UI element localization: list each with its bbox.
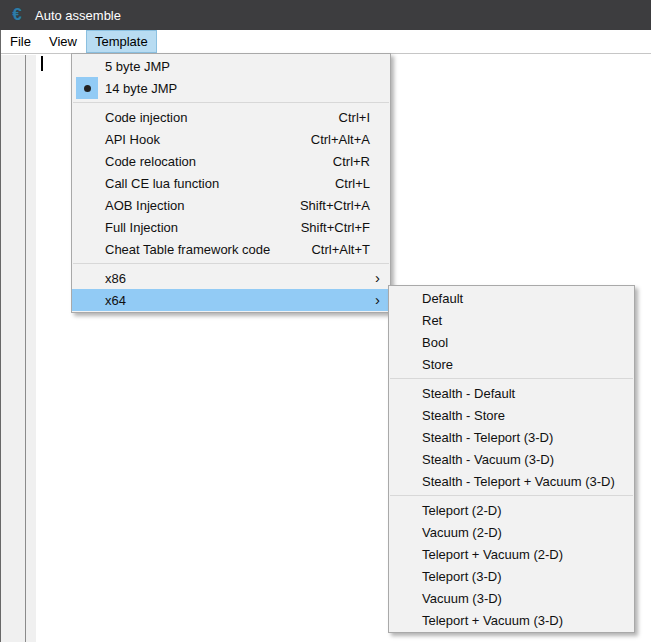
menu-item-icon-slot [72,289,105,311]
radio-checked-icon [72,77,105,99]
menu-item-label: Stealth - Teleport (3-D) [422,430,634,445]
radio-bullet-icon [84,85,91,92]
template-menu: 5 byte JMP 14 byte JMP Code injection Ct… [71,53,391,313]
submenu-item-teleport-vacuum-3d[interactable]: Teleport + Vacuum (3-D) [389,609,634,631]
menu-item-label: Call CE lua function [105,176,335,191]
menu-item-14-byte-jmp[interactable]: 14 byte JMP [72,77,390,99]
menu-item-label: Teleport + Vacuum (3-D) [422,613,634,628]
menu-item-label: Store [422,357,634,372]
submenu-item-teleport-3d[interactable]: Teleport (3-D) [389,565,634,587]
submenu-item-stealth-teleport-vacuum-3d[interactable]: Stealth - Teleport + Vacuum (3-D) [389,470,634,492]
menu-item-icon-slot [389,404,422,426]
submenu-item-stealth-default[interactable]: Stealth - Default [389,382,634,404]
menu-item-label: x86 [105,271,375,286]
menu-item-label: Code injection [105,110,339,125]
auto-assemble-window: € Auto assemble File View Template 5 byt… [0,0,651,642]
menu-item-icon-slot [389,382,422,404]
menu-item-icon-slot [72,238,105,260]
menu-item-icon-slot [72,216,105,238]
menu-item-label: Teleport (2-D) [422,503,634,518]
menu-item-label: API Hook [105,132,311,147]
menu-item-icon-slot [389,448,422,470]
submenu-item-default[interactable]: Default [389,287,634,309]
menu-item-label: Bool [422,335,634,350]
menu-item-label: AOB Injection [105,198,300,213]
radio-unchecked-icon [72,55,105,77]
text-caret [41,56,43,71]
menu-item-shortcut: Ctrl+Alt+T [311,242,390,257]
menu-item-icon-slot [389,587,422,609]
window-title: Auto assemble [35,8,121,23]
menu-item-icon-slot [389,470,422,492]
menu-item-label: Full Injection [105,220,301,235]
menu-item-label: Default [422,291,634,306]
menu-item-label: Teleport (3-D) [422,569,634,584]
menu-item-icon-slot [389,353,422,375]
menu-item-5-byte-jmp[interactable]: 5 byte JMP [72,55,390,77]
window-left-border [0,30,1,642]
menu-item-icon-slot [72,194,105,216]
menu-item-label: Stealth - Default [422,386,634,401]
titlebar: € Auto assemble [0,0,651,30]
menubar-item-view[interactable]: View [40,30,86,53]
submenu-item-store[interactable]: Store [389,353,634,375]
menu-item-icon-slot [72,267,105,289]
submenu-item-teleport-vacuum-2d[interactable]: Teleport + Vacuum (2-D) [389,543,634,565]
x64-submenu: Default Ret Bool Store Stealth - Default… [388,285,635,633]
menu-item-full-injection[interactable]: Full Injection Shift+Ctrl+F [72,216,390,238]
menu-item-aob-injection[interactable]: AOB Injection Shift+Ctrl+A [72,194,390,216]
menu-item-icon-slot [389,543,422,565]
menu-item-label: Code relocation [105,154,333,169]
menu-item-label: Stealth - Vacuum (3-D) [422,452,634,467]
menu-item-icon-slot [389,309,422,331]
editor-gutter-separator [25,55,26,642]
menubar-item-template[interactable]: Template [86,30,157,53]
menubar: File View Template [1,30,651,54]
menu-item-call-ce-lua-function[interactable]: Call CE lua function Ctrl+L [72,172,390,194]
menu-item-label: Teleport + Vacuum (2-D) [422,547,634,562]
submenu-item-ret[interactable]: Ret [389,309,634,331]
submenu-item-stealth-store[interactable]: Stealth - Store [389,404,634,426]
menu-separator [390,378,633,379]
menu-item-label: 5 byte JMP [105,59,390,74]
menu-item-x86[interactable]: x86 › [72,267,390,289]
submenu-item-bool[interactable]: Bool [389,331,634,353]
menu-item-label: Vacuum (3-D) [422,591,634,606]
menu-item-icon-slot [389,565,422,587]
menu-item-shortcut: Ctrl+R [333,154,390,169]
menu-item-icon-slot [72,106,105,128]
menu-item-icon-slot [389,287,422,309]
menu-item-cheat-table-framework-code[interactable]: Cheat Table framework code Ctrl+Alt+T [72,238,390,260]
submenu-item-stealth-teleport-3d[interactable]: Stealth - Teleport (3-D) [389,426,634,448]
menu-item-code-injection[interactable]: Code injection Ctrl+I [72,106,390,128]
menu-separator [390,495,633,496]
submenu-item-stealth-vacuum-3d[interactable]: Stealth - Vacuum (3-D) [389,448,634,470]
menu-item-label: Cheat Table framework code [105,242,311,257]
submenu-item-teleport-2d[interactable]: Teleport (2-D) [389,499,634,521]
menu-item-icon-slot [72,150,105,172]
cheat-engine-logo-icon: € [8,6,26,24]
submenu-item-vacuum-3d[interactable]: Vacuum (3-D) [389,587,634,609]
menu-item-code-relocation[interactable]: Code relocation Ctrl+R [72,150,390,172]
menu-item-icon-slot [389,499,422,521]
menubar-item-file[interactable]: File [1,30,40,53]
menu-item-label: Vacuum (2-D) [422,525,634,540]
menu-item-shortcut: Shift+Ctrl+A [300,198,390,213]
menu-separator [73,263,389,264]
menu-item-icon-slot [389,521,422,543]
menu-separator [73,102,389,103]
menu-item-x64[interactable]: x64 › [72,289,390,311]
menu-item-label: Stealth - Teleport + Vacuum (3-D) [422,474,634,489]
menu-item-shortcut: Ctrl+I [339,110,390,125]
menu-item-api-hook[interactable]: API Hook Ctrl+Alt+A [72,128,390,150]
menu-item-icon-slot [72,128,105,150]
menu-item-icon-slot [389,331,422,353]
menu-item-icon-slot [389,609,422,631]
menu-item-label: x64 [105,293,375,308]
menu-item-shortcut: Shift+Ctrl+F [301,220,390,235]
menu-item-icon-slot [389,426,422,448]
menu-item-shortcut: Ctrl+Alt+A [311,132,390,147]
menu-item-label: 14 byte JMP [105,81,390,96]
menu-item-label: Ret [422,313,634,328]
submenu-item-vacuum-2d[interactable]: Vacuum (2-D) [389,521,634,543]
